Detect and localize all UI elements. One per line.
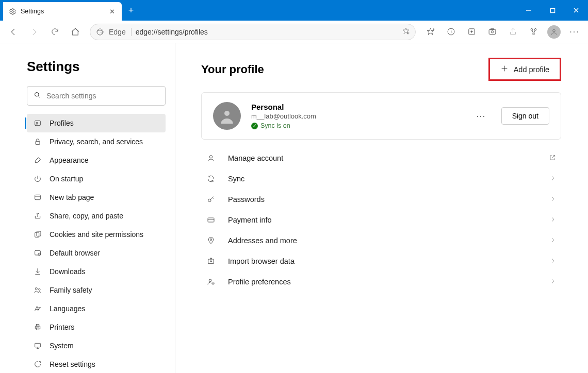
nav-label: Profiles [50,119,74,127]
nav-label: Share, copy, and paste [50,212,123,220]
sidebar-heading: Settings [27,59,166,75]
window-maximize-button[interactable] [541,0,564,21]
share-button[interactable] [503,23,522,41]
search-field[interactable] [46,92,159,100]
profile-email: m__lab@outlook.com [251,112,461,120]
svg-rect-2 [550,8,554,12]
link-passwords[interactable]: Passwords [201,189,561,210]
check-icon: ✓ [251,123,258,129]
sidebar-item-newtab[interactable]: New tab page [27,188,166,207]
profile-name: Personal [251,103,461,111]
cookie-icon [33,230,42,239]
profile-avatar-button[interactable] [545,23,563,41]
home-button[interactable] [66,23,85,41]
sidebar-item-family[interactable]: Family safety [27,281,166,299]
link-manage-account[interactable]: Manage account [201,148,561,168]
sidebar-item-system[interactable]: System [27,336,166,355]
sidebar-item-default[interactable]: Default browser [27,244,166,262]
window-titlebar: Settings ✕ + [0,0,588,21]
family-icon [33,285,42,295]
browser-tab[interactable]: Settings ✕ [3,2,122,21]
collections-button[interactable] [462,23,481,41]
item-label: Passwords [228,195,265,204]
svg-rect-37 [35,326,40,329]
sidebar-item-privacy[interactable]: Privacy, search, and services [27,132,166,151]
svg-rect-40 [35,343,41,347]
sidebar-item-languages[interactable]: Languages [27,299,166,318]
sidebar-item-appearance[interactable]: Appearance [27,151,166,169]
sidebar-item-downloads[interactable]: Downloads [27,262,166,281]
close-tab-icon[interactable]: ✕ [107,8,117,15]
nav-label: Privacy, search, and services [50,138,143,146]
nav-label: Appearance [50,156,89,164]
system-icon [33,341,42,350]
address-bar[interactable]: Edge edge://settings/profiles [90,24,416,40]
sync-text: Sync is on [260,122,290,129]
svg-rect-26 [36,141,40,144]
person-icon [206,154,216,162]
chevron-right-icon [550,278,556,286]
download-icon [33,267,42,276]
sidebar-item-share[interactable]: Share, copy, and paste [27,207,166,225]
edge-icon [95,27,105,37]
sign-out-button[interactable]: Sign out [501,107,549,125]
favorites-button[interactable] [421,23,439,41]
svg-point-50 [208,199,211,201]
nav-label: System [50,342,74,350]
reset-icon [33,360,42,369]
svg-point-53 [210,239,211,240]
search-settings-input[interactable] [27,86,166,106]
language-icon [33,304,42,313]
profile-more-button[interactable]: ··· [471,111,491,122]
add-profile-highlight: Add profile [488,58,561,81]
svg-point-55 [209,279,211,282]
nav-label: New tab page [50,193,94,201]
forward-button[interactable] [25,23,43,41]
address-prefix: Edge [109,28,132,36]
sidebar-item-cookies[interactable]: Cookies and site permissions [27,225,166,244]
link-import[interactable]: Import browser data [201,251,561,272]
back-button[interactable] [4,23,23,41]
address-url: edge://settings/profiles [136,28,398,36]
svg-point-5 [97,29,103,35]
item-label: Manage account [228,154,283,162]
svg-point-0 [11,10,13,12]
chevron-right-icon [550,216,556,224]
nav-label: Family safety [50,286,92,294]
svg-rect-51 [208,218,214,222]
import-icon [206,257,216,265]
svg-point-22 [35,92,39,96]
history-button[interactable] [442,23,460,41]
sidebar-item-reset[interactable]: Reset settings [27,355,166,373]
svg-marker-6 [403,28,409,33]
person-gear-icon [206,278,216,286]
refresh-button[interactable] [45,23,64,41]
window-close-button[interactable] [564,0,588,21]
svg-point-16 [491,31,493,33]
sidebar-item-startup[interactable]: On startup [27,169,166,188]
svg-point-25 [36,122,38,124]
sidebar-item-printers[interactable]: Printers [27,318,166,336]
svg-rect-30 [37,231,41,236]
screenshot-button[interactable] [483,23,501,41]
extensions-button[interactable] [524,23,543,41]
link-sync[interactable]: Sync [201,168,561,189]
new-tab-button[interactable]: + [122,0,140,21]
link-preferences[interactable]: Profile preferences [201,272,561,292]
sidebar-item-profiles[interactable]: Profiles [27,114,166,132]
link-addresses[interactable]: Addresses and more [201,230,561,251]
svg-rect-31 [35,250,41,255]
item-label: Addresses and more [228,236,297,245]
power-icon [33,174,42,183]
window-minimize-button[interactable] [517,0,541,21]
search-icon [34,91,41,101]
nav-label: Reset settings [50,360,95,368]
gear-icon [8,7,17,15]
link-payment[interactable]: Payment info [201,210,561,230]
nav-label: Default browser [50,249,100,257]
menu-button[interactable]: ··· [565,23,584,41]
reading-mode-icon[interactable] [402,27,410,37]
item-label: Payment info [228,216,272,224]
add-profile-button[interactable]: Add profile [493,60,557,78]
key-icon [206,195,216,204]
